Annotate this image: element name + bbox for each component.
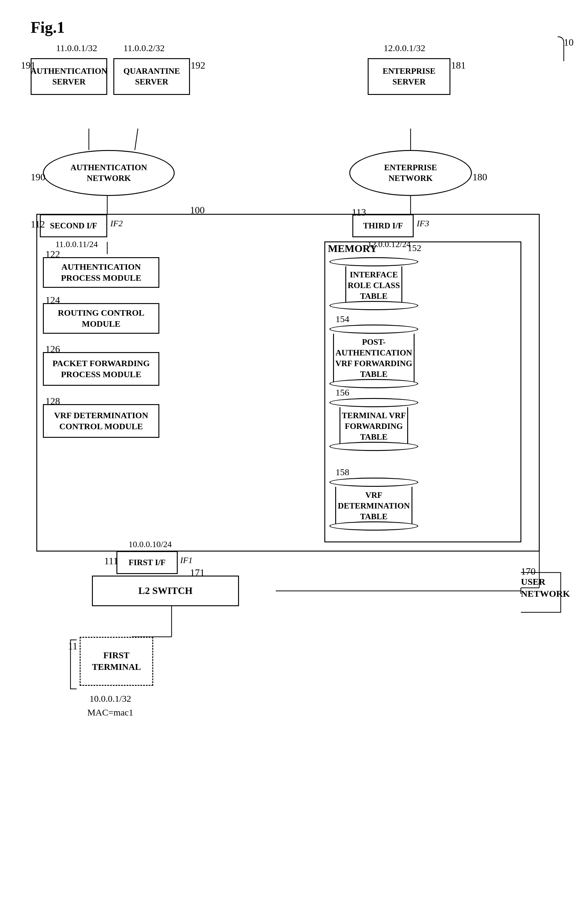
if1-ref: 111 [104,555,118,567]
vrf-determination-label: VRF DETERMINATION CONTROL MODULE [54,410,148,432]
auth-server-ref: 191 [21,60,36,71]
packet-forwarding-label: PACKET FORWARDING PROCESS MODULE [52,358,150,380]
l2-switch-box: L2 SWITCH [92,576,239,606]
terminal-vrf-ref: 156 [336,387,349,398]
enterprise-server-box: ENTERPRISE SERVER [368,58,450,95]
auth-process-ref: 122 [45,249,60,260]
terminal-vrf-cylinder: 156 TERMINAL VRF FORWARDING TABLE [329,398,418,451]
cylinder-top-3 [329,398,418,407]
diagram-lines [0,0,584,924]
if1-ip: 10.0.0.10/24 [113,540,187,549]
page: Fig.1 10 11.0.0.1/32 11.0.0.2/32 12.0.0.… [0,0,584,924]
vrf-det-table-cylinder: 158 VRF DETERMINATION TABLE [329,478,418,531]
interface-role-class-label: INTERFACE ROLE CLASS TABLE [345,266,402,305]
if2-label: SECOND I/F [50,220,97,231]
memory-ref: 152 [407,243,421,253]
enterprise-network-ref: 180 [473,172,487,183]
cylinder-bottom-1 [329,301,418,310]
if2-ip: 11.0.0.11/24 [40,239,113,249]
memory-label: MEMORY [328,243,377,254]
auth-process-label: AUTHENTICATION PROCESS MODULE [61,261,141,284]
quarantine-server-box: QUARANTINE SERVER [113,58,190,95]
if3-tag: IF3 [417,219,429,228]
if3-label: THIRD I/F [363,220,403,231]
vrf-determination-box: VRF DETERMINATION CONTROL MODULE [43,404,159,438]
cylinder-top-1 [329,257,418,266]
user-network-label: USER NETWORK [521,576,570,599]
router-ref: 100 [190,205,205,216]
interface-role-class-cylinder: INTERFACE ROLE CLASS TABLE [329,257,418,310]
if2-ref: 112 [31,219,45,230]
packet-forwarding-box: PACKET FORWARDING PROCESS MODULE [43,352,159,386]
user-network-ref: 170 [521,566,536,577]
enterprise-server-ref: 181 [451,60,466,71]
terminal-ip: 10.0.0.1/32 [71,693,150,704]
auth-server-box: AUTHENTICATION SERVER [31,58,107,95]
routing-control-box: ROUTING CONTROL MODULE [43,303,159,334]
first-terminal-box: FIRST TERMINAL [79,637,153,686]
post-auth-vrf-cylinder: 154 POST- AUTHENTICATION VRF FORWARDING … [329,325,418,388]
routing-control-ref: 124 [45,295,60,306]
system-ref: 10 [564,37,574,48]
figure-title: Fig.1 [31,18,65,36]
l2-switch-ref: 171 [190,567,205,578]
routing-control-label: ROUTING CONTROL MODULE [58,307,144,330]
cylinder-bottom-2 [329,379,418,388]
quarantine-server-ip: 11.0.0.2/32 [110,43,178,53]
cylinder-top-2 [329,325,418,334]
auth-process-box: AUTHENTICATION PROCESS MODULE [43,257,159,288]
svg-line-1 [135,129,138,150]
packet-forwarding-ref: 126 [45,343,60,355]
vrf-det-table-label: VRF DETERMINATION TABLE [335,487,412,526]
terminal-vrf-label: TERMINAL VRF FORWARDING TABLE [339,407,409,446]
if2-tag: IF2 [110,219,122,228]
cylinder-bottom-3 [329,442,418,451]
auth-network-ref: 190 [31,172,45,183]
terminal-ref: 11 [68,640,78,652]
if1-box: FIRST I/F [116,551,178,574]
vrf-determination-ref: 128 [45,396,60,407]
enterprise-network-ellipse: ENTERPRISE NETWORK [349,150,472,196]
if1-label: FIRST I/F [129,557,165,568]
auth-server-ip: 11.0.0.1/32 [43,43,110,53]
auth-network-ellipse: AUTHENTICATION NETWORK [43,150,175,196]
if3-ref: 113 [352,207,366,218]
enterprise-server-ip: 12.0.0.1/32 [365,43,444,53]
post-auth-vrf-ref: 154 [336,314,349,324]
quarantine-server-ref: 192 [190,60,205,71]
vrf-det-table-ref: 158 [336,467,349,477]
terminal-mac: MAC=mac1 [71,707,150,718]
if1-tag: IF1 [180,555,192,565]
cylinder-bottom-4 [329,521,418,531]
post-auth-vrf-label: POST- AUTHENTICATION VRF FORWARDING TABL… [333,334,415,384]
if2-box: SECOND I/F [40,214,107,237]
cylinder-top-4 [329,478,418,487]
